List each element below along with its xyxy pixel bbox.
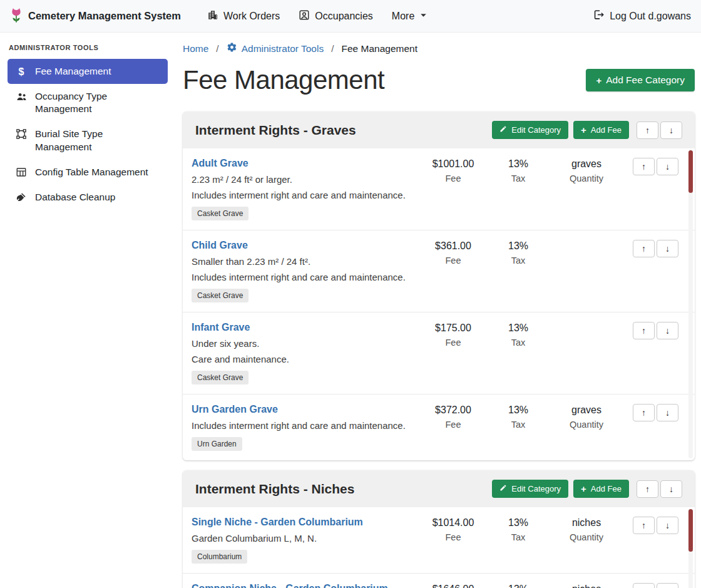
fee-move-up-button[interactable]: ↑ bbox=[633, 583, 655, 588]
sidebar-item-config-table[interactable]: Config Table Management bbox=[8, 160, 168, 185]
fee-name-link[interactable]: Companion Niche - Garden Columbarium bbox=[192, 583, 388, 588]
add-fee-label: Add Fee bbox=[591, 125, 622, 135]
nav-more-label: More bbox=[392, 11, 414, 22]
fee-tax-label: Tax bbox=[487, 173, 550, 183]
add-fee-button[interactable]: + Add Fee bbox=[573, 121, 629, 139]
fee-name-link[interactable]: Child Grave bbox=[192, 240, 248, 251]
fee-move-down-button[interactable]: ↓ bbox=[657, 240, 678, 257]
fee-amount: $361.00 bbox=[419, 240, 487, 252]
scrollbar-thumb[interactable] bbox=[688, 509, 693, 552]
fee-row: Urn Garden Grave Includes interment righ… bbox=[183, 395, 695, 460]
plus-icon: + bbox=[581, 484, 586, 493]
fee-tax-label: Tax bbox=[487, 532, 550, 542]
fee-description: Smaller than 2.23 m² / 24 ft². bbox=[192, 256, 419, 267]
sidebar-item-database-cleanup[interactable]: Database Cleanup bbox=[8, 185, 168, 210]
fee-description: Includes interment right and care and ma… bbox=[192, 272, 419, 282]
fee-amount: $175.00 bbox=[419, 322, 487, 334]
plus-icon: + bbox=[581, 125, 586, 135]
breadcrumb-separator: / bbox=[216, 43, 218, 54]
fee-tax-label: Tax bbox=[487, 420, 550, 430]
fee-name-link[interactable]: Adult Grave bbox=[192, 158, 248, 169]
broom-icon bbox=[15, 192, 28, 203]
sidebar-item-label: Burial Site Type Management bbox=[35, 128, 160, 153]
fee-amount: $1014.00 bbox=[419, 517, 487, 529]
page-title: Fee Management bbox=[183, 65, 384, 95]
sidebar: ADMINISTRATOR TOOLS $ Fee Management Occ… bbox=[0, 33, 175, 588]
fee-tax: 13% bbox=[487, 405, 550, 416]
fee-amount: $1001.00 bbox=[419, 158, 487, 170]
fee-row: Infant Grave Under six years. Care and m… bbox=[183, 312, 695, 395]
fee-move-up-button[interactable]: ↑ bbox=[633, 158, 655, 175]
fee-quantity-label: Quantity bbox=[550, 173, 623, 183]
category-move-up-button[interactable]: ↑ bbox=[637, 480, 658, 498]
main-content: Home / Administrator Tools / Fee Managem… bbox=[175, 33, 701, 588]
fee-move-down-button[interactable]: ↓ bbox=[657, 517, 678, 534]
people-icon bbox=[15, 91, 28, 103]
fee-quantity-unit: graves bbox=[550, 405, 623, 416]
breadcrumb-home-link[interactable]: Home bbox=[183, 43, 208, 54]
fee-amount-label: Fee bbox=[419, 173, 487, 183]
fee-amount-label: Fee bbox=[419, 255, 487, 266]
pencil-icon bbox=[499, 125, 507, 135]
nav-more[interactable]: More bbox=[392, 11, 427, 22]
scrollbar-track[interactable] bbox=[688, 150, 693, 458]
nav-occupancies-label: Occupancies bbox=[315, 11, 373, 22]
fee-move-up-button[interactable]: ↑ bbox=[633, 517, 655, 534]
fee-move-up-button[interactable]: ↑ bbox=[633, 322, 655, 339]
fee-move-up-button[interactable]: ↑ bbox=[633, 240, 655, 257]
edit-category-label: Edit Category bbox=[511, 484, 561, 493]
fee-amount-label: Fee bbox=[419, 420, 487, 430]
edit-category-button[interactable]: Edit Category bbox=[492, 121, 568, 139]
sidebar-header: ADMINISTRATOR TOOLS bbox=[9, 44, 166, 51]
add-fee-category-button[interactable]: + Add Fee Category bbox=[586, 69, 695, 91]
nav-work-orders[interactable]: Work Orders bbox=[207, 9, 280, 23]
logout-link[interactable]: Log Out d.gowans bbox=[593, 9, 691, 23]
category-move-up-button[interactable]: ↑ bbox=[637, 121, 658, 139]
pencil-icon bbox=[499, 484, 507, 493]
fee-amount: $1646.00 bbox=[419, 584, 487, 588]
logout-label: Log Out d.gowans bbox=[610, 11, 691, 22]
scrollbar-thumb[interactable] bbox=[688, 150, 693, 193]
fee-move-down-button[interactable]: ↓ bbox=[657, 583, 678, 588]
chevron-down-icon bbox=[419, 11, 427, 22]
fee-tax: 13% bbox=[487, 158, 550, 170]
fee-amount-label: Fee bbox=[419, 338, 487, 348]
fee-move-down-button[interactable]: ↓ bbox=[657, 158, 678, 175]
breadcrumb-admin-tools-link[interactable]: Administrator Tools bbox=[227, 42, 324, 55]
fee-name-link[interactable]: Infant Grave bbox=[192, 322, 250, 333]
app-brand: Cemetery Management System bbox=[10, 7, 181, 26]
nav-occupancies[interactable]: Occupancies bbox=[299, 9, 373, 23]
fee-tag: Casket Grave bbox=[192, 371, 248, 384]
category-header: Interment Rights - Niches Edit Category … bbox=[183, 470, 695, 507]
sidebar-item-occupancy-type[interactable]: Occupancy Type Management bbox=[8, 84, 168, 121]
edit-category-label: Edit Category bbox=[511, 125, 561, 135]
fee-amount-label: Fee bbox=[419, 532, 487, 542]
fee-tax: 13% bbox=[487, 240, 550, 252]
scrollbar-track[interactable] bbox=[688, 509, 693, 588]
fee-tag: Casket Grave bbox=[192, 207, 248, 220]
category-move-down-button[interactable]: ↓ bbox=[660, 480, 682, 498]
dollar-icon: $ bbox=[15, 66, 28, 78]
fee-move-down-button[interactable]: ↓ bbox=[657, 404, 678, 421]
category-title: Interment Rights - Niches bbox=[195, 482, 354, 497]
vector-square-icon bbox=[15, 128, 28, 140]
edit-category-button[interactable]: Edit Category bbox=[492, 480, 568, 498]
fee-name-link[interactable]: Single Niche - Garden Columbarium bbox=[192, 517, 363, 528]
fee-description: Care and maintenance. bbox=[192, 354, 419, 364]
sidebar-item-fee-management[interactable]: $ Fee Management bbox=[8, 59, 168, 84]
fee-move-up-button[interactable]: ↑ bbox=[633, 404, 655, 421]
add-fee-button[interactable]: + Add Fee bbox=[573, 480, 629, 498]
fee-name-link[interactable]: Urn Garden Grave bbox=[192, 404, 278, 415]
fee-row: Companion Niche - Garden Columbarium Gar… bbox=[183, 574, 695, 588]
fee-quantity-unit: niches bbox=[550, 517, 623, 529]
add-fee-category-label: Add Fee Category bbox=[606, 75, 685, 86]
top-navbar: Cemetery Management System Work Orders O… bbox=[0, 0, 701, 33]
fee-row: Adult Grave 2.23 m² / 24 ft² or larger. … bbox=[183, 148, 695, 230]
sidebar-item-label: Occupancy Type Management bbox=[35, 90, 160, 115]
sign-out-icon bbox=[593, 9, 605, 23]
fee-move-down-button[interactable]: ↓ bbox=[657, 322, 678, 339]
sidebar-item-burial-site-type[interactable]: Burial Site Type Management bbox=[8, 121, 168, 159]
fee-tag: Casket Grave bbox=[192, 289, 248, 302]
category-move-down-button[interactable]: ↓ bbox=[660, 121, 682, 139]
fee-row: Single Niche - Garden Columbarium Garden… bbox=[183, 507, 695, 574]
